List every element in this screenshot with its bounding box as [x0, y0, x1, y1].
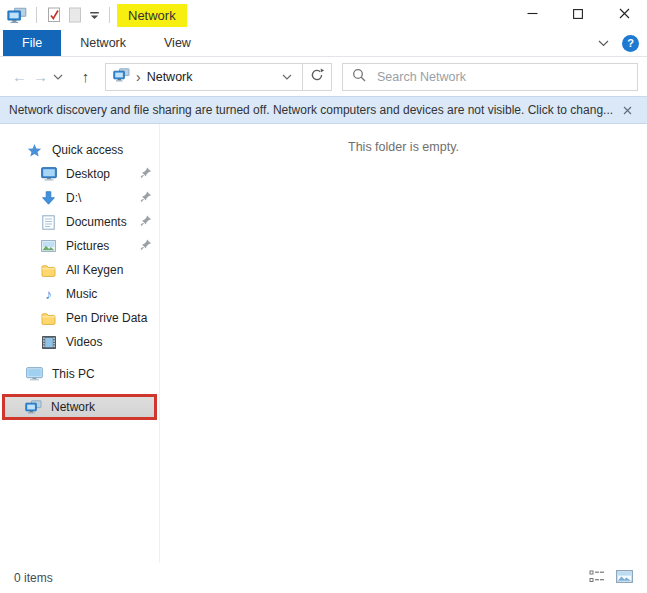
toolbar-separator — [36, 7, 37, 23]
pin-icon — [140, 239, 152, 254]
sidebar-item-all-keygen[interactable]: All Keygen — [0, 258, 159, 282]
refresh-icon — [310, 68, 324, 85]
sidebar-item-label: Documents — [66, 215, 127, 229]
toolbar-separator — [109, 7, 110, 23]
minimize-icon — [527, 8, 538, 22]
sidebar-item-documents[interactable]: Documents — [0, 210, 159, 234]
details-view-button[interactable] — [589, 570, 605, 586]
thumbnail-view-button[interactable] — [616, 570, 633, 586]
sidebar-item-label: Pen Drive Data — [66, 311, 147, 325]
body-area: Quick accessDesktopD:\DocumentsPicturesA… — [0, 124, 647, 563]
close-button[interactable] — [601, 0, 647, 30]
sidebar-item-label: Desktop — [66, 167, 110, 181]
sidebar-item-pen-drive-data[interactable]: Pen Drive Data — [0, 306, 159, 330]
notification-bar: Network discovery and file sharing are t… — [0, 96, 647, 124]
sidebar-item-this-pc[interactable]: This PC — [0, 362, 159, 386]
qat-properties-button[interactable] — [46, 7, 61, 23]
breadcrumb-arrow-icon: › — [136, 70, 141, 84]
computer-icon — [26, 367, 43, 381]
sidebar-item-label: Network — [51, 400, 95, 414]
recent-locations-chevron-icon[interactable] — [53, 74, 63, 80]
sidebar-item-d[interactable]: D:\ — [0, 186, 159, 210]
monitor-icon — [40, 167, 57, 181]
maximize-button[interactable] — [555, 0, 601, 30]
sidebar-item-pictures[interactable]: Pictures — [0, 234, 159, 258]
network-computers-icon — [113, 68, 130, 85]
sidebar-item-videos[interactable]: Videos — [0, 330, 159, 354]
sidebar-item-label: All Keygen — [66, 263, 123, 277]
address-dropdown-chevron-icon[interactable] — [279, 74, 295, 80]
back-button[interactable]: ← — [9, 69, 30, 84]
ribbon-tab-row: File Network View ? — [0, 30, 647, 57]
sidebar-item-label: Videos — [66, 335, 102, 349]
address-bar[interactable]: › Network — [105, 63, 332, 91]
items-count: 0 items — [14, 571, 53, 585]
up-button[interactable]: ↑ — [75, 69, 96, 84]
maximize-icon — [573, 8, 583, 22]
folder-icon — [40, 312, 57, 325]
details-view-icon — [589, 570, 605, 586]
folder-icon — [40, 264, 57, 277]
thumbnail-view-icon — [616, 570, 633, 586]
address-row: ← → ↑ › Network — [0, 57, 647, 96]
sidebar-item-quick-access[interactable]: Quick access — [0, 138, 159, 162]
pin-icon — [140, 215, 152, 230]
title-bar: Network — [0, 0, 647, 30]
sidebar-item-label: D:\ — [66, 191, 81, 205]
music-note-icon: ♪ — [40, 287, 57, 301]
search-input[interactable] — [375, 69, 628, 85]
sidebar-item-music[interactable]: ♪Music — [0, 282, 159, 306]
forward-button[interactable]: → — [30, 69, 51, 84]
qat-newfolder-button[interactable] — [68, 7, 82, 23]
minimize-ribbon-chevron-icon[interactable] — [598, 36, 609, 50]
notification-close-button[interactable] — [617, 106, 638, 115]
search-box[interactable] — [342, 63, 638, 91]
refresh-button[interactable] — [302, 64, 331, 90]
qat-customize-chevron-icon[interactable] — [89, 11, 100, 20]
quick-access-toolbar — [7, 7, 112, 24]
network-computers-icon — [7, 7, 27, 24]
content-pane: This folder is empty. — [160, 124, 647, 563]
help-button[interactable]: ? — [622, 35, 639, 52]
tab-file[interactable]: File — [3, 30, 61, 56]
down-arrow-icon — [40, 191, 57, 205]
pin-icon — [140, 191, 152, 206]
film-icon — [40, 336, 57, 349]
window-controls — [509, 0, 647, 30]
notification-text[interactable]: Network discovery and file sharing are t… — [9, 103, 617, 117]
sidebar-item-label: Pictures — [66, 239, 109, 253]
star-icon — [26, 143, 43, 157]
sidebar-item-network[interactable]: Network — [2, 394, 157, 420]
tab-network[interactable]: Network — [61, 30, 145, 56]
pin-icon — [140, 167, 152, 182]
window-title: Network — [117, 4, 187, 27]
network-computers-icon — [25, 400, 42, 414]
sidebar-item-desktop[interactable]: Desktop — [0, 162, 159, 186]
sidebar-item-label: Music — [66, 287, 97, 301]
picture-icon — [40, 240, 57, 252]
document-icon — [40, 215, 57, 230]
minimize-button[interactable] — [509, 0, 555, 30]
status-bar: 0 items — [0, 563, 647, 593]
tab-view[interactable]: View — [145, 30, 210, 56]
sidebar-item-label: Quick access — [52, 143, 123, 157]
breadcrumb[interactable]: Network — [147, 70, 193, 84]
navigation-pane: Quick accessDesktopD:\DocumentsPicturesA… — [0, 124, 160, 563]
close-icon — [619, 8, 630, 22]
sidebar-item-label: This PC — [52, 367, 95, 381]
explorer-window: Network File Network View ? ← → ↑ › Netw… — [0, 0, 647, 593]
empty-folder-message: This folder is empty. — [348, 140, 459, 154]
search-icon — [352, 68, 366, 85]
